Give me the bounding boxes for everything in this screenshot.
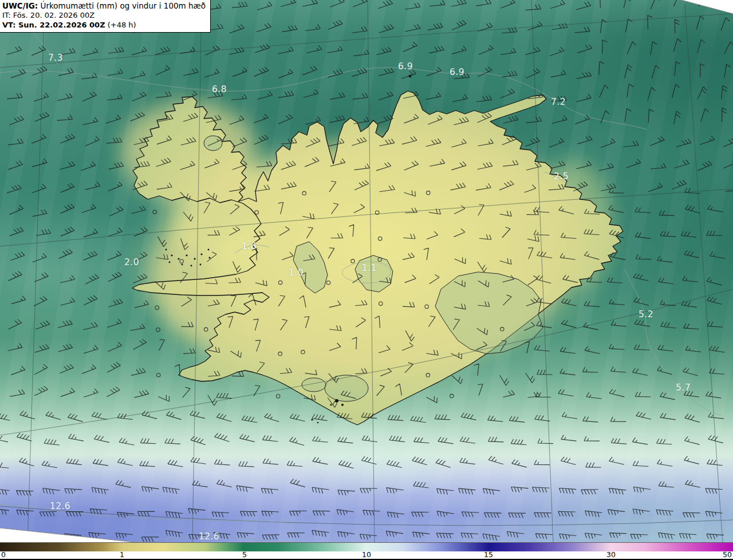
contour-label: 5.7 (676, 382, 691, 393)
valid-time: VT: Sun. 22.02.2026 00Z (+48 h) (2, 21, 206, 30)
title-text: Úrkomumætti (mm) og vindur i 100m hæð (38, 1, 206, 10)
model-id: UWC/IG: (2, 1, 38, 10)
contour-label: 7.2 (551, 97, 566, 107)
contour-label: 6.9 (450, 67, 464, 77)
contour-label: 12.6 (199, 531, 219, 542)
colorbar-tick-labels: 01510153050 (0, 551, 733, 559)
weather-map-screen: 7.36.86.96.97.22.55.25.71.61.11.02.012.6… (0, 0, 733, 560)
contour-label: 6.9 (398, 61, 413, 72)
contour-label: 1.0 (289, 267, 304, 278)
colorbar-tick: 50 (723, 550, 732, 559)
lead-time: (+48 h) (105, 21, 136, 29)
valid-time-bold: VT: Sun. 22.02.2026 00Z (2, 21, 105, 29)
contour-label: 7.3 (48, 53, 63, 63)
contour-label: 1.1 (362, 263, 377, 273)
colorbar-tick: 1 (120, 550, 124, 559)
contour-label: 2.5 (554, 171, 569, 182)
colorbar-tick: 15 (484, 550, 493, 559)
map-title-box: UWC/IG: Úrkomumætti (mm) og vindur i 100… (0, 0, 211, 33)
colorbar-tick: 10 (362, 550, 371, 559)
colorbar-tick: 30 (606, 550, 616, 559)
map-title: UWC/IG: Úrkomumætti (mm) og vindur i 100… (2, 1, 206, 11)
colorbar-tick: 5 (242, 550, 247, 559)
contour-label: 1.6 (242, 241, 257, 251)
contour-label: 5.2 (639, 309, 653, 320)
colorbar-tick: 0 (1, 550, 6, 559)
contour-label: 12.6 (50, 501, 70, 511)
init-time: IT: Fös. 20. 02. 2026 00Z (2, 11, 206, 21)
contour-label: 6.8 (212, 84, 227, 94)
contour-label: 2.0 (124, 257, 139, 267)
